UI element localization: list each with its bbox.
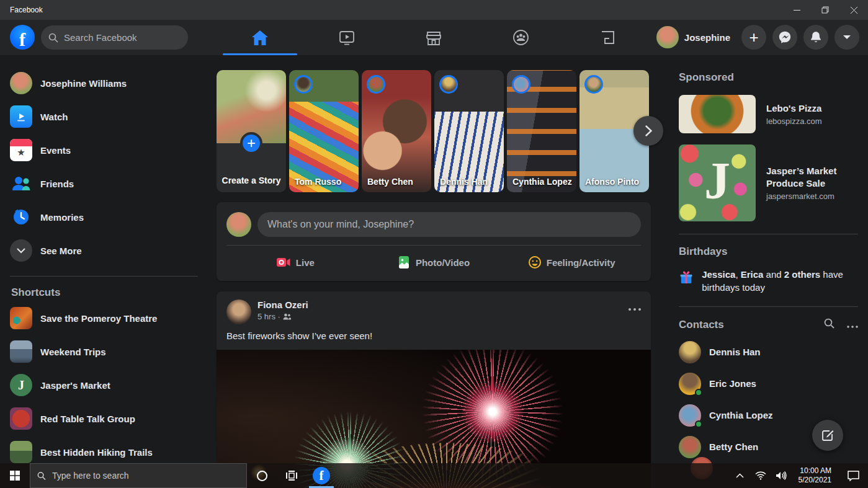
status-input[interactable]: What's on your mind, Josephine?	[257, 212, 641, 237]
sidebar-item-events[interactable]: ★ Events	[10, 133, 207, 167]
birthdays-title: Birthdays	[679, 246, 858, 258]
sidebar-item-memories[interactable]: Memories	[10, 200, 207, 234]
story-name: Dennis Han	[440, 177, 500, 188]
birthdays-entry[interactable]: Jessica, Erica and 2 others have birthda…	[679, 268, 858, 294]
friends-privacy-icon	[283, 313, 291, 320]
story-avatar	[439, 75, 458, 94]
ad-image: J	[679, 144, 756, 221]
minimize-button[interactable]	[782, 0, 811, 20]
story-avatar	[367, 75, 385, 94]
create-story-plus-icon[interactable]: +	[240, 132, 262, 154]
taskbar-search-input[interactable]	[52, 471, 239, 481]
search-bar[interactable]	[41, 25, 188, 50]
system-tray: 10:00 AM 5/20/2021	[732, 463, 868, 488]
live-button[interactable]: Live	[226, 249, 365, 276]
windows-taskbar: f 10:00 AM 5/20/2021	[0, 463, 868, 488]
restore-button[interactable]	[811, 0, 839, 20]
story-card[interactable]: Betty Chen	[362, 70, 431, 192]
shortcut-jaspers-market[interactable]: J Jasper's Market	[10, 368, 207, 402]
contact-row[interactable]: Dennis Han	[679, 336, 858, 368]
story-card[interactable]: Cynthia Lopez	[507, 70, 576, 192]
contact-row[interactable]: Eric Jones	[679, 368, 858, 399]
contact-name: Betty Chen	[709, 441, 758, 452]
sidebar-item-label: Watch	[40, 112, 68, 122]
taskbar-search[interactable]	[30, 463, 247, 488]
tab-gaming[interactable]	[564, 20, 651, 55]
story-card[interactable]: Tom Russo	[289, 70, 359, 192]
sidebar-item-label: See More	[40, 246, 82, 256]
task-view-button[interactable]	[277, 463, 306, 488]
gaming-icon	[600, 30, 615, 45]
feeling-activity-button[interactable]: Feeling/Activity	[503, 249, 641, 276]
contacts-title: Contacts	[679, 319, 812, 331]
messenger-button[interactable]	[772, 25, 797, 50]
sponsored-ad[interactable]: Lebo's Pizza lebospizza.com	[679, 95, 858, 133]
new-message-button[interactable]	[812, 420, 843, 451]
post-more-button[interactable]	[629, 299, 641, 313]
close-button[interactable]	[839, 0, 868, 20]
create-story-card[interactable]: + Create a Story	[217, 70, 286, 192]
task-view-icon	[286, 471, 297, 481]
sidebar-item-profile[interactable]: Josephine Williams	[10, 66, 207, 100]
more-horizontal-icon	[847, 326, 858, 328]
shortcut-weekend-trips[interactable]: Weekend Trips	[10, 335, 207, 368]
start-button[interactable]	[0, 463, 30, 488]
rightbar-divider	[679, 306, 858, 307]
bell-icon	[809, 30, 823, 44]
tab-marketplace[interactable]	[390, 20, 477, 55]
sidebar-item-friends[interactable]: Friends	[10, 167, 207, 200]
story-avatar	[584, 75, 603, 94]
chevron-right-icon	[645, 125, 652, 136]
sidebar-item-watch[interactable]: Watch	[10, 100, 207, 133]
shortcut-thumbnail	[10, 307, 32, 329]
story-card[interactable]: Dennis Han	[434, 70, 504, 192]
taskbar-clock[interactable]: 10:00 AM 5/20/2021	[794, 466, 836, 485]
contacts-options-button[interactable]	[847, 319, 858, 331]
wifi-status[interactable]	[753, 463, 769, 488]
create-story-label: Create a Story	[217, 175, 286, 186]
photo-video-button[interactable]: Photo/Video	[365, 249, 503, 276]
search-input[interactable]	[64, 32, 181, 43]
avatar	[10, 72, 32, 94]
post-text: Best fireworks show I’ve ever seen!	[217, 324, 651, 350]
contacts-search-button[interactable]	[824, 318, 834, 331]
watch-icon	[338, 30, 356, 46]
gift-icon	[679, 268, 694, 288]
shortcut-label: Best Hidden Hiking Trails	[40, 447, 153, 458]
shortcut-thumbnail: J	[10, 374, 32, 396]
taskbar-facebook-app[interactable]: f	[306, 463, 336, 488]
photo-icon	[398, 256, 410, 268]
speaker-icon	[776, 471, 787, 480]
facebook-logo-icon[interactable]: f	[10, 25, 35, 50]
contact-name: Eric Jones	[709, 378, 756, 389]
cortana-icon	[256, 470, 268, 482]
stories-next-button[interactable]	[633, 116, 663, 146]
story-avatar	[512, 75, 530, 94]
profile-avatar	[656, 26, 679, 48]
post-author-avatar[interactable]	[226, 299, 251, 324]
chevron-down-icon	[843, 35, 851, 40]
tab-home[interactable]	[217, 20, 303, 55]
action-center-button[interactable]	[841, 471, 866, 481]
post-author-name[interactable]: Fiona Ozeri	[257, 299, 629, 310]
sponsored-ad[interactable]: J Jasper’s Market Produce Sale jaspersma…	[679, 144, 858, 221]
events-icon: ★	[10, 139, 32, 161]
sidebar-item-label: Memories	[40, 212, 84, 223]
account-menu-button[interactable]	[834, 25, 859, 50]
cortana-button[interactable]	[247, 463, 277, 488]
sidebar-item-see-more[interactable]: See More	[10, 234, 207, 267]
notifications-button[interactable]	[803, 25, 828, 50]
tab-groups[interactable]	[477, 20, 564, 55]
shortcut-red-table-talk[interactable]: Red Table Talk Group	[10, 402, 207, 435]
tray-overflow-button[interactable]	[732, 463, 748, 488]
create-button[interactable]: +	[741, 25, 766, 50]
post-timestamp: 5 hrs ·	[257, 312, 280, 321]
friends-icon	[10, 172, 32, 195]
shortcut-pomeroy-theatre[interactable]: Save the Pomeroy Theatre	[10, 301, 207, 335]
tab-watch[interactable]	[303, 20, 390, 55]
right-sidebar: Sponsored Lebo's Pizza lebospizza.com J …	[679, 55, 858, 463]
minimize-icon	[794, 7, 800, 14]
see-more-chevron-icon	[10, 239, 32, 262]
profile-chip[interactable]: Josephine	[656, 26, 730, 48]
volume-status[interactable]	[773, 463, 789, 488]
